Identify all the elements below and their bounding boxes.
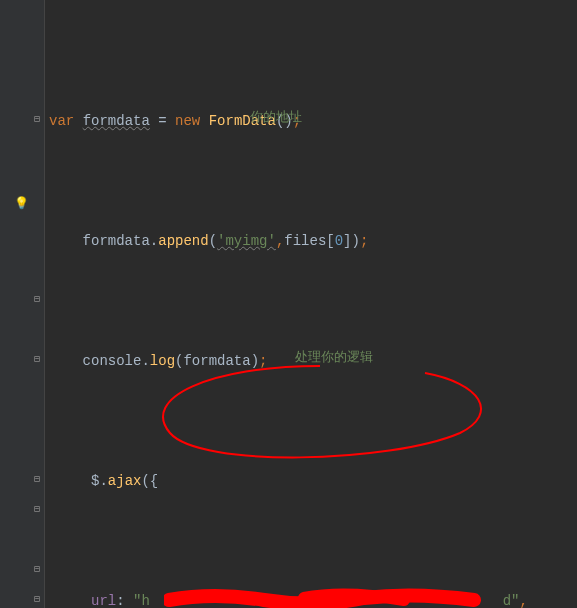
- fold-marker[interactable]: ⊟: [32, 505, 42, 515]
- fold-marker[interactable]: ⊟: [32, 595, 42, 605]
- fold-marker[interactable]: ⊟: [32, 355, 42, 365]
- method-ajax: ajax: [108, 473, 142, 489]
- var-formdata: formdata: [83, 113, 150, 129]
- keyword-new: new: [175, 113, 200, 129]
- keyword-var: var: [49, 113, 74, 129]
- code-line: $.ajax({: [49, 466, 577, 496]
- code-area[interactable]: var formdata = new FormData(); formdata.…: [45, 0, 577, 608]
- code-line: formdata.append('myimg',files[0]);: [49, 226, 577, 256]
- fold-marker[interactable]: ⊟: [32, 295, 42, 305]
- code-line: var formdata = new FormData();: [49, 106, 577, 136]
- method-append: append: [158, 233, 208, 249]
- fold-marker[interactable]: ⊟: [32, 565, 42, 575]
- code-editor: ⊟ 💡 ⊟ ⊟ ⊟ ⊟ ⊟ ⊟ var formdata = new FormD…: [0, 0, 577, 608]
- method-log: log: [150, 353, 175, 369]
- code-line: url: "h d",: [49, 586, 577, 608]
- prop-url: url: [83, 593, 117, 608]
- fold-marker[interactable]: ⊟: [32, 475, 42, 485]
- lightbulb-icon[interactable]: 💡: [14, 196, 28, 210]
- fold-marker[interactable]: ⊟: [32, 115, 42, 125]
- annotation-address: 你的地址: [250, 102, 302, 132]
- annotation-logic: 处理你的逻辑: [295, 342, 373, 372]
- gutter: ⊟ 💡 ⊟ ⊟ ⊟ ⊟ ⊟ ⊟: [0, 0, 45, 608]
